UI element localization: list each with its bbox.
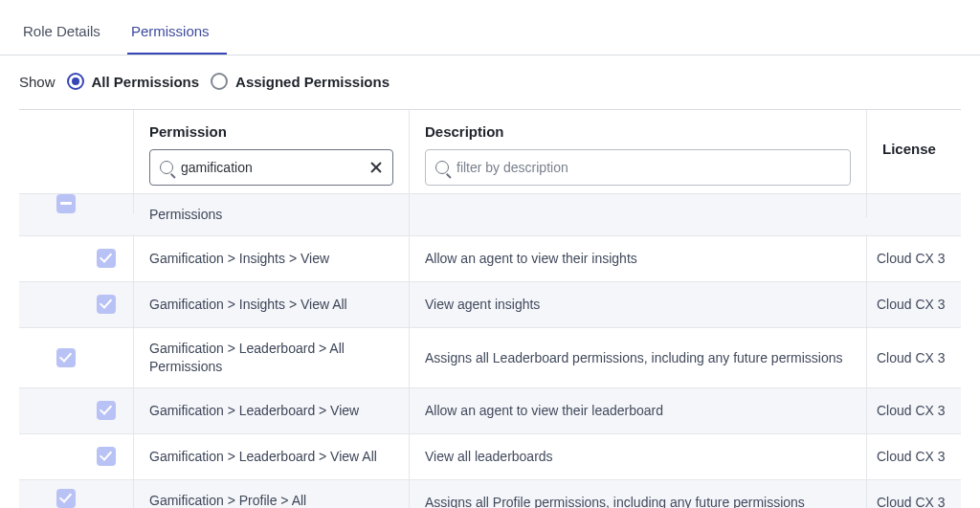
- row-checkbox-item[interactable]: [97, 295, 116, 314]
- column-header-description: Description: [410, 110, 867, 193]
- show-filter-row: Show All Permissions Assigned Permission…: [0, 55, 980, 109]
- row-description: Assigns all Profile permissions, includi…: [410, 480, 867, 508]
- row-checkbox-item[interactable]: [97, 249, 116, 268]
- description-filter-input[interactable]: [457, 160, 840, 175]
- search-icon: [160, 161, 173, 174]
- row-checkbox-cell: [19, 236, 134, 281]
- row-checkbox-cell: [19, 434, 134, 479]
- table-header-row: Permission Description License: [19, 110, 961, 194]
- radio-icon: [211, 73, 228, 90]
- search-icon: [435, 161, 449, 174]
- description-header-label: Description: [425, 123, 851, 140]
- row-description: Allow an agent to view their leaderboard: [410, 388, 867, 433]
- row-checkbox-cell: [19, 194, 134, 213]
- radio-assigned-label: Assigned Permissions: [235, 74, 390, 90]
- row-checkbox-item[interactable]: [97, 401, 116, 420]
- row-checkbox-group[interactable]: [56, 348, 76, 367]
- table-body: PermissionsGamification > Insights > Vie…: [19, 194, 961, 508]
- row-license: Cloud CX 3: [867, 328, 961, 387]
- row-checkbox-group[interactable]: [56, 194, 76, 213]
- description-filter[interactable]: [425, 149, 851, 186]
- table-row: Gamification > Insights > View AllView a…: [19, 282, 961, 328]
- license-header-label: License: [882, 141, 936, 157]
- row-permission: Gamification > Leaderboard > View All: [134, 434, 410, 479]
- table-row: Gamification > Insights > ViewAllow an a…: [19, 236, 961, 282]
- row-description: Assigns all Leaderboard permissions, inc…: [410, 328, 867, 387]
- radio-assigned-permissions[interactable]: Assigned Permissions: [211, 73, 390, 90]
- row-checkbox-item[interactable]: [97, 447, 116, 466]
- row-license: Cloud CX 3: [867, 236, 961, 281]
- table-row: Gamification > Leaderboard > All Permiss…: [19, 328, 961, 388]
- permission-filter-input[interactable]: [181, 160, 362, 175]
- row-permission: Gamification > Leaderboard > View: [134, 388, 410, 433]
- row-permission: Gamification > Insights > View All: [134, 282, 410, 327]
- row-description: [410, 194, 867, 217]
- tab-permissions[interactable]: Permissions: [127, 13, 227, 55]
- table-row: Gamification > Profile > AllAssigns all …: [19, 480, 961, 508]
- row-description: Allow an agent to view their insights: [410, 236, 867, 281]
- radio-icon: [67, 73, 84, 90]
- radio-all-label: All Permissions: [92, 74, 200, 90]
- row-license: Cloud CX 3: [867, 434, 961, 479]
- permission-header-label: Permission: [149, 123, 393, 140]
- row-checkbox-cell: [19, 282, 134, 327]
- table-row: Gamification > Leaderboard > ViewAllow a…: [19, 388, 961, 434]
- row-checkbox-cell: [19, 480, 134, 508]
- row-permission: Gamification > Leaderboard > All Permiss…: [134, 328, 410, 387]
- tabs-bar: Role Details Permissions: [0, 13, 980, 55]
- radio-all-permissions[interactable]: All Permissions: [67, 73, 200, 90]
- row-license: Cloud CX 3: [867, 282, 961, 327]
- row-license: Cloud CX 3: [867, 388, 961, 433]
- permissions-table: Permission Description License Permissio…: [19, 109, 961, 508]
- row-permission: Gamification > Insights > View: [134, 236, 410, 281]
- row-license: Cloud CX 3: [867, 480, 961, 508]
- show-label: Show: [19, 74, 56, 90]
- clear-icon[interactable]: [369, 161, 383, 174]
- table-row: Permissions: [19, 194, 961, 236]
- tab-role-details[interactable]: Role Details: [19, 13, 118, 55]
- column-header-check: [19, 110, 134, 193]
- row-checkbox-group[interactable]: [56, 489, 76, 508]
- row-description: View agent insights: [410, 282, 867, 327]
- row-checkbox-cell: [19, 328, 134, 387]
- row-permission: Permissions: [134, 194, 410, 235]
- table-row: Gamification > Leaderboard > View AllVie…: [19, 434, 961, 480]
- column-header-permission: Permission: [134, 110, 410, 193]
- permission-filter[interactable]: [149, 149, 393, 186]
- column-header-license: License: [867, 110, 961, 193]
- row-permission: Gamification > Profile > All: [134, 480, 410, 508]
- row-description: View all leaderboards: [410, 434, 867, 479]
- row-checkbox-cell: [19, 388, 134, 433]
- row-license: [867, 194, 961, 217]
